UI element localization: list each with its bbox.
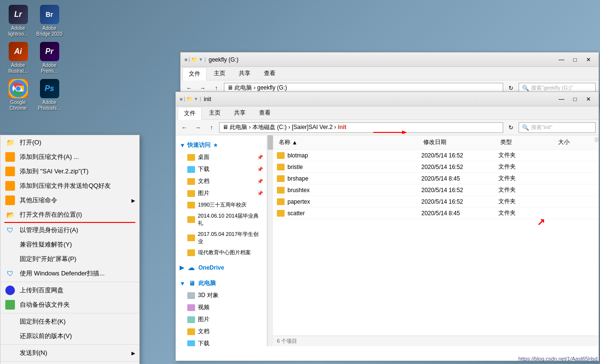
minimize-btn-2[interactable]: — [555,94,568,104]
back-btn-2[interactable]: ← [179,122,190,133]
shield-run-icon: 🛡 [5,225,15,235]
up-btn-2[interactable]: ↑ [206,122,217,133]
red-arrow-annotation: ↗ [537,216,545,228]
quick-access-header[interactable]: ▼ 快速访问 ★ [176,139,267,151]
col-size[interactable]: 大小 [556,137,595,147]
sidebar-item-video[interactable]: 视频 [176,301,267,313]
folder-icon-scatter [277,210,285,217]
ribbon-tab-home-2[interactable]: 主页 [203,106,227,119]
zip-icon [5,152,15,162]
address-bar-2: ← → ↑ 🖥 此电脑 › 本地磁盘 (C:) › [Saier]SAI Ver… [176,120,599,135]
context-menu-run-admin[interactable]: 🛡 以管理员身份运行(A) [0,223,139,237]
baidu-icon [5,286,15,295]
sidebar-item-doc[interactable]: 文档 [176,325,267,338]
desktop-icon-pr[interactable]: Pr AdobePremi... [36,42,63,74]
context-menu-send-qq[interactable]: 添加到压缩文件并发送给QQ好友 [0,179,139,193]
file-row-blotmap[interactable]: blotmap 2020/5/14 16:52 文件夹 [273,150,599,161]
context-menu-baidu[interactable]: 上传到百度网盘 [0,283,139,298]
sidebar-item-desktop[interactable]: 桌面 📌 [176,151,267,163]
sidebar-item-edu[interactable]: 现代教育中心图片档案 [176,247,267,258]
sidebar-item-pictures[interactable]: 图片 📌 [176,187,267,199]
context-menu-open[interactable]: 📁 打开(O) [0,135,139,150]
ribbon-tab-file-1[interactable]: 文件 [183,67,207,80]
separator-4 [0,361,139,362]
context-menu-other-compress[interactable]: 其他压缩命令 ▶ [0,193,139,208]
context-menu-open-location[interactable]: 📂 打开文件所在的位置(I) [0,208,139,222]
close-btn-1[interactable]: ✕ [582,55,595,65]
context-menu-add-sai-zip[interactable]: 添加到 "SAI Ver.2.zip"(T) [0,164,139,179]
ribbon-tab-file-2[interactable]: 文件 [178,107,202,120]
col-name[interactable]: 名称 ▲ [277,137,421,147]
minimize-btn-1[interactable]: — [555,55,568,65]
address-path-2[interactable]: 🖥 此电脑 › 本地磁盘 (C:) › [Saier]SAI Ver.2 › i… [219,122,503,133]
ribbon-tab-view-2[interactable]: 查看 [253,106,277,119]
title-bar-2: ■ | 📁 ▼ | init — □ ✕ [176,92,599,106]
ribbon-tab-view-1[interactable]: 查看 [258,67,282,80]
desktop-icon-chrome[interactable]: GoogleChrome [5,79,31,111]
onedrive-header[interactable]: ▶ ☁ OneDrive [176,262,267,273]
context-menu-add-zip[interactable]: 添加到压缩文件(A) ... [0,150,139,164]
folder-icon-download [187,166,195,173]
folder-icon-pic [187,316,195,323]
context-menu-sendto[interactable]: 发送到(N) ▶ [0,346,139,360]
refresh-btn-2[interactable]: ↻ [505,122,517,133]
folder-icon-video [187,304,195,311]
icon-label-pr: AdobePremi... [41,63,57,74]
col-date[interactable]: 修改日期 [421,137,498,147]
sidebar-item-pic[interactable]: 图片 [176,313,267,325]
file-row-brushtex[interactable]: brushtex 2020/5/14 16:52 文件夹 [273,184,599,196]
col-type[interactable]: 类型 [498,137,556,147]
backup-icon [5,300,15,310]
desktop-icon-br[interactable]: Br AdobeBridge 2020 [36,5,63,37]
zip-icon-4 [5,195,15,205]
sidebar-item-2014[interactable]: 2014.06.10 2014届毕业典礼 [176,210,267,229]
file-row-papertex[interactable]: papertex 2020/5/14 16:52 文件夹 [273,196,599,208]
desktop-icon-lr[interactable]: Lr Adobe lightroo... [5,5,31,37]
file-row-brshape[interactable]: brshape 2020/5/14 8:45 文件夹 [273,173,599,184]
sidebar-item-2017[interactable]: 2017.05.04 2017年学生创业 [176,229,267,247]
desktop-icon-ai[interactable]: Ai AdobeIllustrat... [5,42,31,74]
sidebar-item-dl[interactable]: 下载 [176,338,267,346]
context-menu-pin-taskbar[interactable]: 固定到任务栏(K) [0,314,139,329]
sendto-arrow: ▶ [131,351,135,356]
open-icon: 📁 [5,138,15,147]
folder-icon-desktop [187,154,195,161]
folder-icon-2017 [187,234,195,241]
forward-btn-2[interactable]: → [192,122,204,133]
sidebar-item-docs[interactable]: 文档 📌 [176,175,267,187]
explorer-content-2: ▼ 快速访问 ★ 桌面 📌 下载 📌 [176,135,599,346]
sidebar-item-3d[interactable]: 3D 对象 [176,289,267,301]
this-pc-section: ▼ 🖥 此电脑 3D 对象 视频 图片 [176,275,267,346]
icon-label-chrome: GoogleChrome [10,100,27,111]
sidebar-scrollbar[interactable] [267,135,273,346]
file-list-area: 名称 ▲ 修改日期 类型 大小 blotmap [273,135,599,346]
title-text-2: init [204,96,211,103]
ribbon-tab-share-1[interactable]: 共享 [233,67,257,80]
context-menu-restore[interactable]: 还原以前的版本(V) [0,329,139,343]
context-menu-pin-start[interactable]: 固定到"开始"屏幕(P) [0,252,139,266]
restore-btn-2[interactable]: □ [569,94,581,104]
this-pc-header[interactable]: ▼ 🖥 此电脑 [176,277,267,289]
folder-icon-blotmap [277,152,285,159]
sidebar-item-download[interactable]: 下载 📌 [176,163,267,175]
search-box-2[interactable]: 🔍 搜索"init" [519,122,596,133]
sidebar-item-1990[interactable]: 1990三十五周年校庆 [176,199,267,210]
ribbon-2: 文件 主页 共享 查看 [176,106,599,120]
folder-icon-brshape [277,175,285,182]
desktop-icon-ps[interactable]: Ps AdobePhotoshi... [36,79,63,111]
ribbon-tab-home-1[interactable]: 主页 [208,67,232,80]
folder-icon-papertex [277,198,285,205]
separator-1 [0,282,139,282]
context-menu-defender[interactable]: 🛡 使用 Windows Defender扫描... [0,266,139,281]
close-btn-2[interactable]: ✕ [582,94,595,104]
restore-btn-1[interactable]: □ [569,55,581,65]
file-row-bristle[interactable]: bristle 2020/5/14 16:52 文件夹 [273,161,599,173]
context-menu-backup[interactable]: 自动备份该文件夹 [0,298,139,312]
folder-icon-doc [187,328,195,335]
separator-3 [0,344,139,345]
defender-icon: 🛡 [5,269,15,278]
file-row-scatter[interactable]: scatter 2020/5/14 8:45 文件夹 [273,208,599,219]
icon-label-ai: AdobeIllustrat... [8,63,28,74]
context-menu-compat[interactable]: 兼容性疑难解答(Y) [0,237,139,252]
ribbon-tab-share-2[interactable]: 共享 [228,106,252,119]
